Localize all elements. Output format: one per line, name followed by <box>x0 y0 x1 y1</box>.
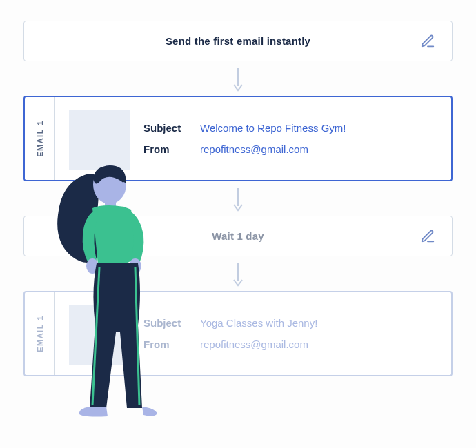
email-side-label: EMAIL 1 <box>25 97 55 180</box>
step-wait-label: Wait 1 day <box>41 230 435 242</box>
email-thumbnail <box>69 305 130 365</box>
edit-icon[interactable] <box>420 229 435 244</box>
email-card-1[interactable]: EMAIL 1 Subject Welcome to Repo Fitness … <box>23 96 453 181</box>
step-send-first[interactable]: Send the first email instantly <box>23 21 453 61</box>
arrow-connector <box>23 181 453 216</box>
email-thumbnail <box>69 110 130 170</box>
step-send-first-label: Send the first email instantly <box>41 35 435 47</box>
arrow-connector <box>23 61 453 96</box>
from-value: repofitness@gmail.com <box>200 143 308 155</box>
from-value: repofitness@gmail.com <box>200 338 308 350</box>
email-side-text: EMAIL 1 <box>36 315 44 352</box>
subject-value: Welcome to Repo Fitness Gym! <box>200 122 346 134</box>
subject-value: Yoga Classes with Jenny! <box>200 317 317 329</box>
subject-label: Subject <box>143 317 188 329</box>
email-card-2[interactable]: EMAIL 1 Subject Yoga Classes with Jenny!… <box>23 291 453 376</box>
step-wait[interactable]: Wait 1 day <box>23 216 453 256</box>
from-label: From <box>143 338 188 350</box>
email-side-label: EMAIL 1 <box>25 292 55 375</box>
subject-label: Subject <box>143 122 188 134</box>
arrow-connector <box>23 256 453 291</box>
edit-icon[interactable] <box>420 34 435 49</box>
from-label: From <box>143 143 188 155</box>
email-side-text: EMAIL 1 <box>36 120 44 157</box>
